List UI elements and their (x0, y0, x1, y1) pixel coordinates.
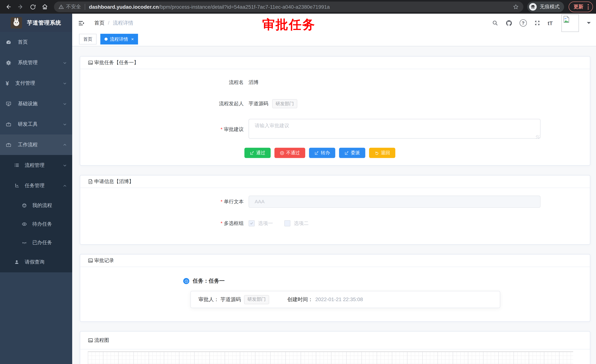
chevron-down-icon (63, 81, 67, 85)
reject-button[interactable]: 不通过 (275, 148, 305, 158)
tags-view-bar: 首页 流程详情 × (72, 32, 596, 46)
breadcrumb-current: 流程详情 (113, 20, 133, 26)
sidebar-item-pay[interactable]: ¥ 支付管理 (0, 73, 72, 93)
suggestion-textarea[interactable] (249, 119, 540, 139)
yen-icon: ¥ (6, 80, 9, 86)
return-button[interactable]: 退回 (369, 148, 395, 158)
navbar-actions: ? tT (492, 14, 591, 32)
url-path: /bpm/process-instance/detail?id=54aa251f… (159, 4, 330, 10)
font-size-icon[interactable]: tT (548, 20, 553, 26)
eye-closed-icon (22, 240, 27, 245)
card-title: 审批任务【任务一】 (94, 59, 139, 66)
checkbox-group: 选项一 选项二 (249, 220, 309, 227)
search-icon[interactable] (492, 20, 498, 26)
help-icon[interactable]: ? (520, 19, 527, 27)
assignee-name: 芋道源码 (220, 296, 241, 303)
sidebar-item-task-mgmt[interactable]: 任务管理 (0, 175, 72, 196)
picture-icon (88, 60, 93, 65)
back-icon[interactable] (3, 1, 14, 12)
briefcase-icon (6, 142, 11, 148)
bookmark-star-icon[interactable] (513, 4, 519, 10)
user-icon (14, 260, 19, 265)
sidebar-item-label: 已办任务 (32, 239, 72, 246)
incognito-label: 无痕模式 (540, 3, 559, 10)
picture-icon (88, 258, 93, 263)
sidebar-item-label: 首页 (18, 39, 72, 45)
chevron-down-icon (63, 163, 67, 167)
url-domain: dashboard.yudao.iocoder.cn (89, 4, 159, 10)
app-logo (11, 17, 22, 29)
screen: 不安全 dashboard.yudao.iocoder.cn/bpm/proce… (0, 0, 596, 364)
card-body: 流程名 滔博 流程发起人 芋道源码 研发部门 (80, 69, 590, 165)
field-label: 单行文本 (207, 198, 249, 205)
tab-label: 首页 (83, 36, 92, 42)
app-logo-block[interactable]: 芋道管理系统 (0, 14, 72, 32)
sidebar-item-process-mgmt[interactable]: 流程管理 (0, 155, 72, 175)
url-bar[interactable]: 不安全 dashboard.yudao.iocoder.cn/bpm/proce… (54, 1, 523, 12)
sidebar-item-label: 请假查询 (25, 259, 72, 265)
sidebar-item-todo-tasks[interactable]: 待办任务 (0, 215, 72, 233)
top-navbar: 首页 / 流程详情 ? tT (72, 14, 596, 32)
tab-process-detail[interactable]: 流程详情 × (100, 34, 138, 44)
forward-icon[interactable] (15, 1, 26, 12)
form-row-process-name: 流程名 滔博 (207, 77, 590, 88)
form-row-suggestion: 审批建议 (207, 120, 590, 139)
sidebar-item-infra[interactable]: 基础设施 (0, 93, 72, 114)
apply-info-card: 申请信息【滔博】 单行文本 AAA 多选框组 (80, 175, 590, 245)
sidebar-item-devtools[interactable]: 研发工具 (0, 114, 72, 134)
home-icon[interactable] (40, 1, 50, 12)
close-icon[interactable]: × (131, 36, 134, 42)
annotation-text: 审批任务 (262, 16, 315, 33)
warning-icon (59, 4, 64, 10)
github-icon[interactable] (506, 20, 512, 26)
undo-icon (374, 151, 379, 155)
breadcrumb-home[interactable]: 首页 (94, 20, 104, 26)
browser-update-button[interactable]: 更新 (569, 1, 593, 12)
avatar-caret-icon[interactable] (587, 22, 591, 26)
delegate-button[interactable]: 委派 (339, 148, 365, 158)
chevron-up-icon (63, 143, 67, 147)
approve-record-card: 审批记录 任务：任务一 审批人： 芋道源码 研发部门 (80, 254, 590, 322)
record-detail-card: 审批人： 芋道源码 研发部门 创建时间： 2022-01-21 22:35:08 (190, 291, 500, 308)
card-body: 任务：任务一 审批人： 芋道源码 研发部门 创建时间： 2022-01-21 2… (80, 267, 590, 321)
document-icon (88, 179, 93, 184)
sidebar-item-home[interactable]: 首页 (0, 32, 72, 52)
update-label: 更新 (574, 3, 583, 10)
fullscreen-icon[interactable] (534, 20, 540, 26)
sidebar-item-workflow[interactable]: 工作流程 (0, 134, 72, 155)
page-content: 审批任务【任务一】 流程名 滔博 流程发起人 芋道源码 (72, 46, 596, 364)
avatar[interactable] (561, 14, 579, 32)
sidebar-item-label: 我的流程 (32, 202, 72, 209)
circle-close-icon (280, 151, 284, 155)
dept-tag: 研发部门 (244, 295, 269, 304)
form-row-text: 单行文本 AAA (207, 196, 590, 208)
initiator-value: 芋道源码 研发部门 (249, 99, 297, 108)
sidebar-item-label: 待办任务 (32, 220, 72, 227)
card-title: 流程图 (94, 337, 109, 344)
sidebar: 芋道管理系统 首页 系统管理 ¥ 支付管理 (0, 14, 72, 364)
approve-task-card: 审批任务【任务一】 流程名 滔博 流程发起人 芋道源码 (80, 56, 590, 166)
sidebar-item-my-process[interactable]: 我的流程 (0, 196, 72, 215)
chevron-down-icon (63, 122, 67, 126)
incognito-icon (529, 3, 537, 11)
transfer-button[interactable]: 转办 (309, 148, 335, 158)
divider (85, 4, 85, 10)
reload-icon[interactable] (27, 1, 38, 12)
bpmn-canvas[interactable] (88, 351, 573, 364)
checkbox-label: 选项二 (294, 220, 309, 227)
card-header: 申请信息【滔博】 (80, 175, 590, 188)
sidebar-item-leave-query[interactable]: 请假查询 (0, 252, 72, 272)
monitor-icon (6, 101, 11, 107)
url-text: dashboard.yudao.iocoder.cn/bpm/process-i… (89, 4, 510, 10)
collapse-sidebar-icon[interactable] (78, 20, 85, 26)
assignee-label: 审批人： (198, 296, 219, 303)
sidebar-item-system[interactable]: 系统管理 (0, 52, 72, 73)
approve-button[interactable]: 通过 (244, 148, 271, 158)
sidebar-item-done-tasks[interactable]: 已办任务 (0, 233, 72, 252)
security-chip[interactable]: 不安全 (59, 3, 81, 10)
edit-icon (314, 151, 319, 155)
timeline-item: 任务：任务一 (183, 278, 582, 284)
sidebar-menu: 首页 系统管理 ¥ 支付管理 基础设施 (0, 32, 72, 364)
browser-menu-icon[interactable] (586, 4, 590, 10)
tab-home[interactable]: 首页 (79, 34, 97, 44)
